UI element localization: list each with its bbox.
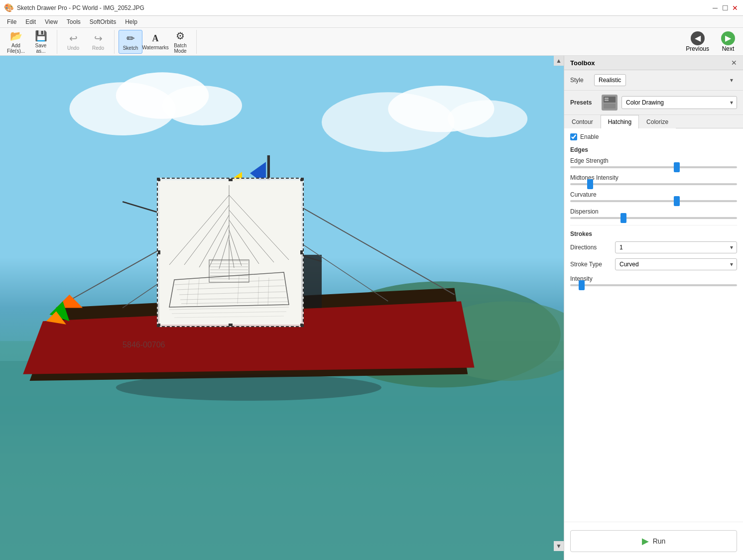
curvature-row: Curvature xyxy=(570,191,737,202)
enable-row: Enable xyxy=(570,133,737,140)
toolbar-tools-group: ✏ Sketch A Watermarks ⚙ BatchMode xyxy=(119,30,197,54)
close-button[interactable]: ✕ xyxy=(731,4,739,12)
canvas-background: 5846-00706 xyxy=(0,56,564,560)
undo-icon: ↩ xyxy=(69,32,78,44)
presets-select[interactable]: Color Drawing Pencil Sketch Charcoal Ink xyxy=(621,96,737,109)
enable-checkbox[interactable] xyxy=(570,133,577,140)
menubar: File Edit View Tools SoftOrbits Help xyxy=(0,16,743,28)
sketch-content xyxy=(159,180,301,325)
tabs: Contour Hatching Colorize xyxy=(564,115,743,128)
menu-help[interactable]: Help xyxy=(121,17,141,26)
directions-select[interactable]: 1 2 3 4 xyxy=(615,241,737,253)
style-row: Style Realistic Artistic Cartoon Classic xyxy=(564,70,743,91)
dispersion-slider[interactable] xyxy=(570,217,737,219)
presets-label: Presets xyxy=(570,99,598,106)
svg-text:5846-00706: 5846-00706 xyxy=(123,340,165,349)
sketch-label: Sketch xyxy=(123,45,138,51)
next-arrow-icon: ▶ xyxy=(721,31,735,45)
canvas-area[interactable]: 5846-00706 xyxy=(0,56,564,560)
add-files-label: AddFile(s)... xyxy=(7,43,25,54)
sketch-button[interactable]: ✏ Sketch xyxy=(119,30,142,54)
curvature-label: Curvature xyxy=(570,191,737,198)
menu-file[interactable]: File xyxy=(3,17,20,26)
tab-content: Enable Edges Edge Strength Midtones Inte… xyxy=(564,128,743,522)
svg-rect-62 xyxy=(605,98,609,99)
titlebar: 🎨 Sketch Drawer Pro - PC World - IMG_205… xyxy=(0,0,743,16)
svg-point-22 xyxy=(116,374,381,401)
batch-mode-label: BatchMode xyxy=(174,43,187,54)
minimize-button[interactable]: ─ xyxy=(711,4,719,12)
intensity-thumb[interactable] xyxy=(579,280,585,290)
stroke-type-select[interactable]: Curved Straight Wavy xyxy=(615,258,737,270)
nav-group: ◀ Previous ▶ Next xyxy=(682,29,739,54)
redo-icon: ↪ xyxy=(94,32,103,44)
toolbar-edit-group: ↩ Undo ↪ Redo xyxy=(61,30,115,54)
midtones-intensity-row: Midtones Intensity xyxy=(570,174,737,185)
run-button-area: ▶ Run xyxy=(564,522,743,560)
presets-row: Presets Color Drawing Pencil Sketch Char… xyxy=(564,91,743,115)
app-icon: 🎨 xyxy=(4,3,14,12)
directions-row: Directions 1 2 3 4 xyxy=(570,241,737,253)
style-label: Style xyxy=(570,77,590,84)
previous-label: Previous xyxy=(686,45,709,52)
enable-label: Enable xyxy=(580,133,599,140)
svg-rect-63 xyxy=(605,100,609,101)
redo-button[interactable]: ↪ Redo xyxy=(86,30,110,54)
midtones-intensity-slider[interactable] xyxy=(570,183,737,185)
edges-section-label: Edges xyxy=(570,146,737,153)
svg-rect-61 xyxy=(604,104,616,109)
stroke-type-select-wrap: Curved Straight Wavy xyxy=(615,258,737,270)
directions-label: Directions xyxy=(570,244,615,251)
sketch-icon: ✏ xyxy=(126,32,135,44)
tab-contour[interactable]: Contour xyxy=(564,115,601,128)
menu-tools[interactable]: Tools xyxy=(63,17,85,26)
dispersion-thumb[interactable] xyxy=(620,213,626,223)
intensity-row: Intensity xyxy=(570,275,737,286)
scroll-down-button[interactable]: ▼ xyxy=(554,541,564,551)
curvature-thumb[interactable] xyxy=(674,196,680,206)
strokes-section: Strokes Directions 1 2 3 4 St xyxy=(570,225,737,286)
main-area: 5846-00706 xyxy=(0,56,743,560)
directions-select-wrap: 1 2 3 4 xyxy=(615,241,737,253)
style-select-wrap: Realistic Artistic Cartoon Classic xyxy=(594,74,737,86)
toolbar-file-group: 📂 AddFile(s)... 💾 Saveas... xyxy=(4,30,57,54)
intensity-slider[interactable] xyxy=(570,284,737,286)
next-button[interactable]: ▶ Next xyxy=(717,29,739,54)
tab-hatching[interactable]: Hatching xyxy=(601,115,639,128)
presets-icon xyxy=(602,95,618,111)
toolbox-close-button[interactable]: ✕ xyxy=(731,59,737,67)
run-icon: ▶ xyxy=(642,536,649,547)
tab-colorize[interactable]: Colorize xyxy=(639,115,676,128)
dispersion-row: Dispersion xyxy=(570,208,737,219)
watermarks-button[interactable]: A Watermarks xyxy=(143,30,167,54)
dispersion-label: Dispersion xyxy=(570,208,737,215)
curvature-slider[interactable] xyxy=(570,200,737,202)
redo-label: Redo xyxy=(92,45,104,51)
toolbar: 📂 AddFile(s)... 💾 Saveas... ↩ Undo ↪ Red… xyxy=(0,28,743,56)
edge-strength-label: Edge Strength xyxy=(570,157,737,164)
save-as-button[interactable]: 💾 Saveas... xyxy=(29,30,53,54)
midtones-intensity-label: Midtones Intensity xyxy=(570,174,737,181)
previous-button[interactable]: ◀ Previous xyxy=(682,29,713,54)
svg-point-2 xyxy=(162,86,242,125)
run-button[interactable]: ▶ Run xyxy=(570,530,737,552)
watermarks-label: Watermarks xyxy=(142,45,169,50)
add-files-button[interactable]: 📂 AddFile(s)... xyxy=(4,30,28,54)
titlebar-controls[interactable]: ─ ☐ ✕ xyxy=(711,4,739,12)
midtones-intensity-thumb[interactable] xyxy=(587,179,593,189)
edge-strength-thumb[interactable] xyxy=(674,162,680,172)
svg-point-5 xyxy=(448,100,527,137)
menu-edit[interactable]: Edit xyxy=(21,17,40,26)
undo-button[interactable]: ↩ Undo xyxy=(61,30,85,54)
window-title: Sketch Drawer Pro - PC World - IMG_2052.… xyxy=(17,4,144,11)
sketch-overlay xyxy=(157,178,304,327)
batch-mode-button[interactable]: ⚙ BatchMode xyxy=(168,30,192,54)
edge-strength-slider[interactable] xyxy=(570,166,737,168)
scroll-up-button[interactable]: ▲ xyxy=(554,56,564,66)
menu-view[interactable]: View xyxy=(41,17,62,26)
maximize-button[interactable]: ☐ xyxy=(721,4,729,12)
style-select[interactable]: Realistic Artistic Cartoon Classic xyxy=(594,74,626,86)
stroke-type-label: Stroke Type xyxy=(570,261,615,268)
toolbox: Toolbox ✕ Style Realistic Artistic Carto… xyxy=(564,56,743,560)
menu-softorbits[interactable]: SoftOrbits xyxy=(86,17,120,26)
